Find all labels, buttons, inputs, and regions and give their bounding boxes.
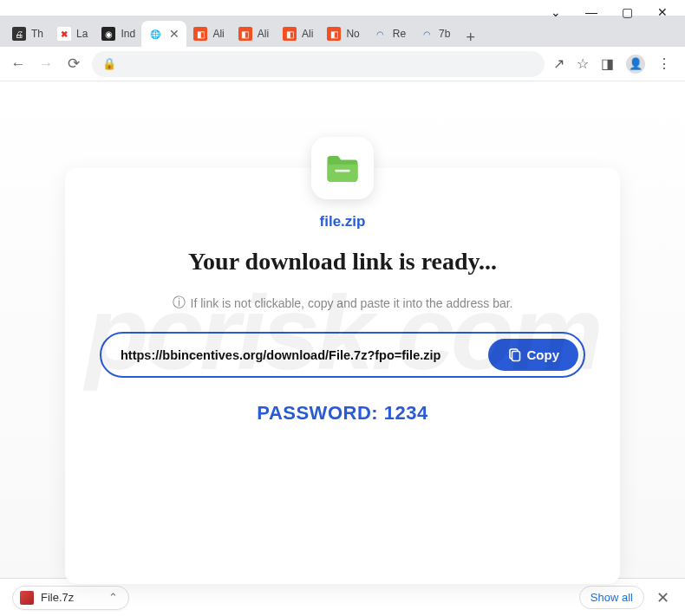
tab-7[interactable]: ◧No bbox=[320, 21, 366, 47]
svg-rect-0 bbox=[335, 170, 350, 172]
ali-icon: ◧ bbox=[193, 27, 207, 41]
loading-icon: ◠ bbox=[374, 27, 388, 41]
tab-5[interactable]: ◧Ali bbox=[232, 21, 276, 47]
ali-icon: ◧ bbox=[283, 27, 297, 41]
ready-heading: Your download link is ready... bbox=[100, 248, 585, 276]
download-url[interactable]: https://bbincentives.org/download/File.7… bbox=[121, 348, 488, 362]
back-button[interactable]: ← bbox=[9, 55, 28, 73]
hint-text: If link is not clickable, copy and paste… bbox=[191, 296, 513, 310]
address-bar[interactable]: 🔒 bbox=[92, 51, 545, 77]
menu-icon[interactable]: ⋮ bbox=[657, 55, 671, 72]
tab-4[interactable]: ◧Ali bbox=[186, 21, 231, 47]
share-icon[interactable]: ↗ bbox=[553, 55, 564, 72]
tab-strip: 🖨Th ✖La ◉Ind 🌐✕ ◧Ali ◧Ali ◧Ali ◧No ◠Re ◠… bbox=[0, 16, 685, 47]
window-controls: ⌄ — ▢ ✕ bbox=[0, 0, 685, 16]
new-tab-button[interactable]: + bbox=[457, 29, 484, 47]
link-row: https://bbincentives.org/download/File.7… bbox=[100, 332, 585, 378]
tab-1[interactable]: ✖La bbox=[50, 21, 95, 47]
loading-icon: ◠ bbox=[420, 27, 434, 41]
show-all-button[interactable]: Show all bbox=[579, 586, 644, 609]
forward-button[interactable]: → bbox=[36, 55, 55, 73]
download-filename: File.7z bbox=[41, 591, 74, 604]
copy-label: Copy bbox=[527, 347, 560, 362]
globe-icon: 🌐 bbox=[148, 27, 162, 41]
close-icon[interactable]: ✕ bbox=[169, 27, 179, 41]
bookmark-icon[interactable]: ☆ bbox=[577, 55, 589, 72]
tab-2[interactable]: ◉Ind bbox=[95, 21, 141, 47]
window-close-icon[interactable]: ✕ bbox=[657, 5, 668, 19]
folder-icon bbox=[311, 137, 374, 199]
svg-rect-2 bbox=[512, 351, 519, 360]
x-icon: ✖ bbox=[57, 27, 71, 41]
browser-toolbar: ← → ⟳ 🔒 ↗ ☆ ◨ 👤 ⋮ bbox=[0, 47, 685, 81]
tab-3-active[interactable]: 🌐✕ bbox=[141, 21, 186, 47]
lock-icon: 🔒 bbox=[102, 57, 116, 70]
copy-icon bbox=[507, 348, 521, 362]
chevron-up-icon[interactable]: ⌃ bbox=[108, 591, 118, 604]
close-icon[interactable]: ✕ bbox=[653, 588, 673, 607]
window-minimize-icon[interactable]: — bbox=[585, 5, 597, 19]
file-name: file.zip bbox=[100, 213, 585, 230]
window-dropdown-icon[interactable]: ⌄ bbox=[551, 5, 561, 19]
download-item[interactable]: File.7z ⌃ bbox=[12, 586, 129, 610]
window-maximize-icon[interactable]: ▢ bbox=[622, 5, 633, 19]
password-label: PASSWORD: 1234 bbox=[100, 402, 585, 425]
copy-button[interactable]: Copy bbox=[488, 339, 579, 371]
tab-6[interactable]: ◧Ali bbox=[276, 21, 320, 47]
printer-icon: 🖨 bbox=[12, 27, 26, 41]
tab-8[interactable]: ◠Re bbox=[367, 21, 413, 47]
download-card: file.zip Your download link is ready... … bbox=[65, 168, 620, 584]
sidepanel-icon[interactable]: ◨ bbox=[601, 55, 614, 72]
info-icon: ⓘ bbox=[173, 295, 186, 311]
hint-row: ⓘ If link is not clickable, copy and pas… bbox=[100, 295, 585, 311]
reel-icon: ◉ bbox=[101, 27, 115, 41]
tab-0[interactable]: 🖨Th bbox=[5, 21, 50, 47]
reload-button[interactable]: ⟳ bbox=[64, 55, 83, 73]
archive-icon bbox=[20, 591, 34, 605]
profile-icon[interactable]: 👤 bbox=[626, 55, 645, 74]
ali-icon: ◧ bbox=[327, 27, 341, 41]
page-content: pcrisk.com file.zip Your download link i… bbox=[0, 81, 685, 584]
tab-9[interactable]: ◠7b bbox=[413, 21, 457, 47]
ali-icon: ◧ bbox=[238, 27, 252, 41]
